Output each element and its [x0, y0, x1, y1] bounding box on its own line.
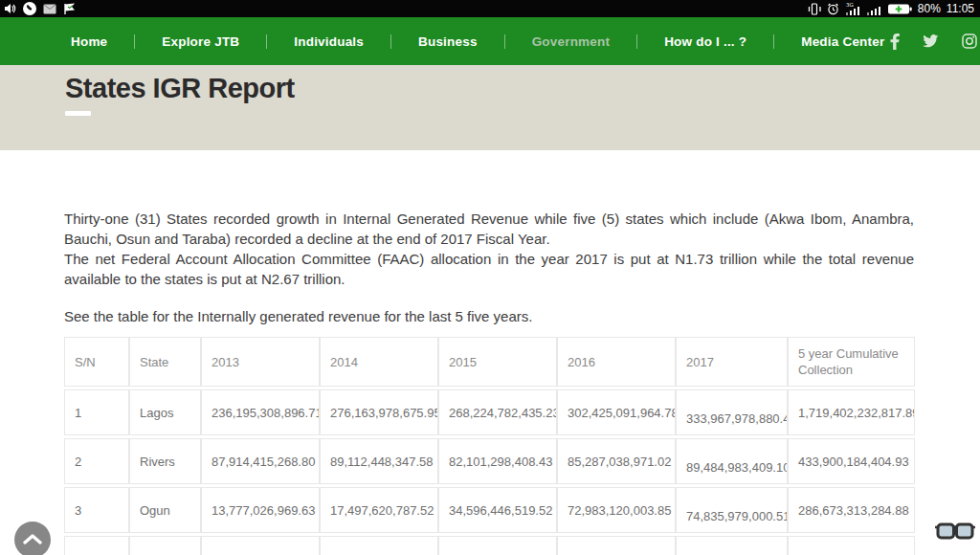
- facebook-icon[interactable]: [890, 33, 900, 50]
- value-cell: 50,208,229,986.91: [201, 536, 320, 555]
- value-cell: 85,287,038,971.02: [557, 438, 676, 484]
- igr-table-body: 1Lagos236,195,308,896.71276,163,978,675.…: [64, 389, 915, 555]
- nav-item-home[interactable]: Home: [65, 34, 113, 49]
- value-cell: 89,112,448,347.58: [320, 438, 438, 484]
- nav-item-explore-jtb[interactable]: Explore JTB: [156, 34, 245, 49]
- value-cell: 82,101,298,408.43: [438, 438, 557, 484]
- alarm-icon: [827, 3, 839, 15]
- flag-icon: [63, 3, 77, 15]
- value-cell: 17,497,620,787.52: [320, 487, 438, 533]
- title-underline: [65, 111, 91, 116]
- value-cell: 302,425,091,964.78: [557, 389, 676, 435]
- value-cell: 333,967,978,880.44: [676, 389, 788, 435]
- igr-table: S/NState201320142015201620175 year Cumul…: [64, 334, 915, 555]
- volume-icon: [4, 3, 16, 14]
- table-row: 2Rivers87,914,415,268.8089,112,448,347.5…: [64, 438, 915, 484]
- column-header: 5 year Cumulative Collection: [788, 337, 915, 387]
- value-cell: 433,900,184,404.93: [788, 438, 915, 484]
- table-header-row: S/NState201320142015201620175 year Cumul…: [64, 337, 915, 387]
- article-content: Thirty-one (31) States recorded growth i…: [0, 150, 980, 555]
- column-header: 2014: [320, 337, 438, 387]
- instagram-icon[interactable]: [962, 33, 977, 49]
- nav-item-business[interactable]: Business: [412, 34, 483, 49]
- state-cell: Rivers: [129, 438, 201, 484]
- table-row: 3Ogun13,777,026,969.6317,497,620,787.523…: [64, 487, 915, 533]
- value-cell: 276,163,978,675.95: [320, 389, 438, 435]
- sn-cell: 2: [64, 438, 129, 484]
- mail-icon: [43, 4, 56, 14]
- nav-separator: [636, 34, 637, 49]
- value-cell: 13,777,026,969.63: [201, 487, 320, 533]
- vibrate-icon: [808, 3, 821, 15]
- value-cell: 44,057,915,472.72: [557, 536, 676, 555]
- value-cell: 34,596,446,519.52: [438, 487, 557, 533]
- state-cell: Lagos: [129, 389, 201, 435]
- phone-icon: [23, 2, 36, 15]
- value-cell: 40,805,656,911.96: [438, 536, 557, 555]
- nav-item-how-do-i[interactable]: How do I ... ?: [658, 34, 752, 49]
- value-cell: 236,195,308,896.71: [201, 389, 320, 435]
- value-cell: 87,914,415,268.80: [201, 438, 320, 484]
- state-cell: Delta: [129, 536, 201, 555]
- column-header: 2017: [676, 337, 788, 387]
- accessibility-glasses-icon[interactable]: [934, 521, 976, 549]
- sn-cell: 4: [64, 536, 129, 555]
- status-bar-right: 3G 80% 11:05: [808, 0, 976, 17]
- sn-cell: 3: [64, 487, 129, 533]
- nav-items: HomeExplore JTBIndividualsBusinessGovern…: [65, 34, 890, 49]
- value-cell: 72,983,120,003.85: [557, 487, 676, 533]
- column-header: 2015: [438, 337, 557, 387]
- main-nav: HomeExplore JTBIndividualsBusinessGovern…: [0, 17, 980, 65]
- nav-social: [890, 33, 977, 50]
- screen: 3G 80% 11:05 HomeExplore JTBIndividualsB…: [0, 0, 980, 555]
- value-cell: 42,819,209,025.24: [320, 536, 438, 555]
- value-cell: 268,224,782,435.23: [438, 389, 557, 435]
- nav-item-individuals[interactable]: Individuals: [288, 34, 369, 49]
- value-cell: 51,888,005,338.33: [676, 536, 788, 555]
- nav-separator: [266, 34, 267, 49]
- page-title: States IGR Report: [65, 73, 980, 104]
- scroll-to-top-button[interactable]: [14, 522, 51, 555]
- value-cell: 74,835,979,000.51: [676, 487, 788, 533]
- column-header: 2016: [557, 337, 676, 387]
- table-caption: See the table for the Internally generat…: [64, 306, 914, 326]
- nav-separator: [504, 34, 505, 49]
- column-header: 2013: [201, 337, 320, 387]
- signal-icon: [866, 2, 881, 16]
- column-header: S/N: [64, 337, 129, 387]
- paragraph-faac-allocation: The net Federal Account Allocation Commi…: [64, 249, 914, 289]
- battery-charging-icon: [887, 3, 912, 15]
- value-cell: 286,673,313,284.88: [788, 487, 915, 533]
- value-cell: 89,484,983,409.10: [676, 438, 788, 484]
- nav-separator: [773, 34, 774, 49]
- value-cell: 273,836,932,207.88: [788, 536, 915, 555]
- table-row: 4Delta50,208,229,986.9142,819,209,025.24…: [64, 536, 915, 555]
- value-cell: 1,719,402,232,817.89: [788, 389, 915, 435]
- nav-separator: [390, 34, 391, 49]
- status-bar-left: [4, 2, 77, 15]
- battery-percent: 80%: [918, 0, 941, 17]
- status-time: 11:05: [947, 0, 974, 17]
- state-cell: Ogun: [129, 487, 201, 533]
- nav-item-government[interactable]: Government: [526, 34, 616, 49]
- paragraph-igr-growth: Thirty-one (31) States recorded growth i…: [64, 209, 914, 249]
- column-header: State: [129, 337, 201, 387]
- nav-separator: [134, 34, 135, 49]
- page-header-band: States IGR Report: [0, 65, 980, 150]
- igr-table-head: S/NState201320142015201620175 year Cumul…: [64, 337, 915, 387]
- android-status-bar: 3G 80% 11:05: [0, 0, 980, 17]
- nav-item-media-center[interactable]: Media Center: [795, 34, 890, 49]
- sn-cell: 1: [64, 389, 129, 435]
- signal-3g-icon: 3G: [845, 2, 860, 16]
- chevron-up-icon: [23, 533, 42, 547]
- network-3g-label: 3G: [846, 2, 854, 8]
- twitter-icon[interactable]: [923, 34, 939, 48]
- table-row: 1Lagos236,195,308,896.71276,163,978,675.…: [64, 389, 915, 435]
